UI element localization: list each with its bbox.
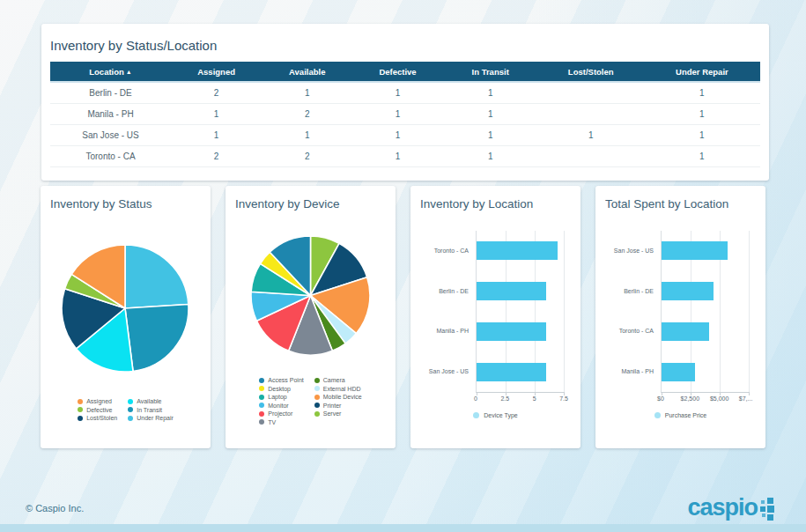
- copyright-text: © Caspio Inc.: [26, 503, 84, 514]
- legend-label: Desktop: [268, 386, 291, 392]
- status-pie-chart[interactable]: [61, 244, 189, 373]
- tick-label: $0: [657, 395, 664, 402]
- legend-dot-icon: [259, 419, 264, 425]
- panel-inventory-by-location: Inventory by Location Toronto - CABerlin…: [410, 186, 580, 448]
- legend-item-available[interactable]: Available: [128, 398, 174, 404]
- legend-dot-icon: [654, 412, 661, 418]
- legend-item-under-repair[interactable]: Under Repair: [128, 415, 174, 421]
- bar-legend[interactable]: Purchase Price: [595, 412, 765, 418]
- legend-item-access-point[interactable]: Access Point: [259, 377, 303, 383]
- legend-dot-icon: [259, 411, 264, 417]
- table-header-row: Location ▲AssignedAvailableDefectiveIn T…: [50, 62, 760, 82]
- panel-inventory-by-device: Inventory by Device Access PointCameraDe…: [226, 186, 396, 448]
- sort-ascending-icon: ▲: [124, 69, 132, 75]
- column-header-assigned[interactable]: Assigned: [171, 62, 262, 82]
- legend-item-tv[interactable]: TV: [259, 419, 303, 425]
- gridline: [749, 231, 750, 392]
- value-cell: 1: [644, 104, 760, 125]
- legend-label: TV: [268, 419, 276, 425]
- value-cell: 1: [443, 146, 538, 167]
- bar-chart-area: San Jose - USBerlin - DEToronto - CAMani…: [595, 231, 749, 392]
- tick-label: 7.5: [559, 395, 568, 402]
- legend-item-camera[interactable]: Camera: [314, 377, 362, 383]
- legend-item-desktop[interactable]: Desktop: [259, 386, 303, 392]
- device-pie-chart[interactable]: [250, 235, 371, 356]
- bar-berlin-de[interactable]: [477, 282, 546, 300]
- legend-label: In Transit: [137, 407, 162, 413]
- legend-label: Available: [137, 398, 161, 404]
- location-cell: San Jose - US: [50, 125, 171, 146]
- value-cell: 1: [171, 104, 262, 125]
- value-cell: [538, 146, 644, 167]
- legend-label: Access Point: [268, 377, 303, 383]
- legend-dot-icon: [128, 399, 133, 404]
- column-header-defective[interactable]: Defective: [352, 62, 442, 82]
- plot-area: [661, 231, 749, 393]
- column-header-available[interactable]: Available: [262, 62, 352, 82]
- legend-label: Assigned: [86, 398, 112, 404]
- bottom-accent-bar: [0, 524, 806, 532]
- legend-dot-icon: [259, 378, 264, 383]
- legend-dot-icon: [314, 378, 320, 383]
- legend-item-monitor[interactable]: Monitor: [259, 403, 303, 409]
- value-cell: 1: [538, 125, 644, 146]
- bar-berlin-de[interactable]: [662, 282, 714, 300]
- legend-item-mobile-device[interactable]: Mobile Device: [314, 394, 362, 400]
- panel-title: Total Spent by Location: [605, 197, 728, 211]
- column-header-lost-stolen[interactable]: Lost/Stolen: [538, 62, 644, 82]
- value-cell: 1: [352, 125, 442, 146]
- value-cell: 2: [171, 82, 262, 104]
- legend-item-in-transit[interactable]: In Transit: [128, 407, 174, 413]
- legend-label: Monitor: [268, 403, 288, 409]
- column-header-in-transit[interactable]: In Transit: [443, 62, 538, 82]
- legend-item-lost-stolen[interactable]: Lost/Stolen: [78, 415, 117, 421]
- legend-dot-icon: [259, 395, 264, 400]
- panel-title: Inventory by Device: [235, 197, 340, 211]
- bar-san-jose-us[interactable]: [477, 363, 546, 381]
- column-header-under-repair[interactable]: Under Repair: [644, 62, 760, 82]
- bar-toronto-ca[interactable]: [477, 241, 558, 260]
- legend-item-server[interactable]: Server: [314, 410, 362, 417]
- category-label-berlin-de: Berlin - DE: [624, 288, 654, 294]
- legend-dot-icon: [314, 403, 320, 408]
- bar-san-jose-us[interactable]: [662, 241, 728, 260]
- location-cell: Manila - PH: [50, 104, 171, 125]
- pie-slice-in-transit[interactable]: [125, 304, 189, 371]
- table-row: Toronto - CA22111: [50, 146, 760, 167]
- legend-item-printer[interactable]: Printer: [314, 403, 362, 409]
- value-cell: [538, 104, 644, 125]
- category-labels: Toronto - CABerlin - DEManila - PHSan Jo…: [410, 231, 476, 392]
- value-cell: 1: [443, 104, 538, 125]
- column-header-location[interactable]: Location ▲: [50, 62, 171, 82]
- value-cell: 2: [171, 146, 262, 167]
- caspio-logo[interactable]: caspio: [687, 496, 776, 521]
- chart-panels-row: Inventory by Status AssignedAvailableDef…: [41, 186, 765, 448]
- bar-toronto-ca[interactable]: [662, 322, 709, 341]
- bar-manila-ph[interactable]: [662, 363, 695, 381]
- legend-item-laptop[interactable]: Laptop: [259, 394, 303, 400]
- legend-dot-icon: [78, 399, 83, 404]
- value-cell: [538, 82, 644, 104]
- legend-item-external-hdd[interactable]: External HDD: [314, 386, 362, 392]
- table-row: Berlin - DE21111: [50, 82, 760, 104]
- legend-item-projector[interactable]: Projector: [259, 410, 303, 417]
- caspio-logo-pixels-icon: [760, 498, 776, 521]
- legend-item-assigned[interactable]: Assigned: [78, 398, 117, 404]
- bar-legend[interactable]: Device Type: [410, 412, 580, 418]
- inventory-table-card: Inventory by Status/Location Location ▲A…: [41, 24, 769, 181]
- bar-manila-ph[interactable]: [477, 322, 546, 341]
- legend-item-defective[interactable]: Defective: [78, 407, 117, 413]
- table-title: Inventory by Status/Location: [41, 24, 769, 62]
- value-cell: 1: [171, 125, 262, 146]
- legend-label: External HDD: [323, 386, 361, 392]
- location-cell: Berlin - DE: [50, 82, 171, 104]
- legend-label: Device Type: [484, 412, 517, 418]
- pie-slice-under-repair[interactable]: [125, 245, 189, 308]
- legend-dot-icon: [473, 412, 479, 418]
- caspio-logo-text: caspio: [687, 496, 758, 519]
- legend-dot-icon: [128, 407, 133, 412]
- gridline: [564, 231, 565, 392]
- legend-label: Laptop: [268, 394, 286, 400]
- tick-label: 5: [533, 395, 536, 402]
- panel-title: Inventory by Location: [420, 197, 533, 211]
